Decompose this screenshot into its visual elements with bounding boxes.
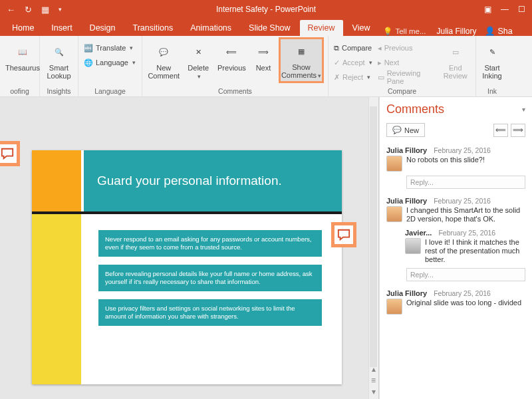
group-label: oofing bbox=[5, 86, 34, 95]
ribbon-options-icon[interactable]: ▣ bbox=[484, 5, 491, 14]
next-comment-button[interactable]: ⟹ Next bbox=[252, 39, 275, 72]
content-box-2: Before revealing personal details like y… bbox=[98, 265, 322, 291]
comment-bubble-icon bbox=[0, 147, 15, 160]
tab-insert[interactable]: Insert bbox=[43, 20, 80, 36]
comment-thread-2[interactable]: Julia FilloryFebruary 25, 2016 I changed… bbox=[386, 197, 525, 281]
group-proofing: 📖 Thesaurus oofing bbox=[0, 36, 40, 96]
smart-lookup-button[interactable]: 🔍 SmartLookup bbox=[45, 39, 72, 80]
tab-design[interactable]: Design bbox=[82, 20, 124, 36]
comment-thread-3[interactable]: Julia FilloryFebruary 25, 2016 Original … bbox=[386, 289, 525, 315]
tab-home[interactable]: Home bbox=[4, 20, 42, 36]
next2-icon: ▸ bbox=[378, 59, 382, 67]
start-inking-button[interactable]: ✎ StartInking bbox=[481, 39, 503, 80]
new-comment-pane-button[interactable]: 💬New bbox=[386, 123, 425, 137]
slide-nav-sep-icon: ≡ bbox=[371, 376, 376, 385]
ribbon: 📖 Thesaurus oofing 🔍 SmartLookup Insight… bbox=[0, 36, 532, 97]
thesaurus-button[interactable]: 📖 Thesaurus bbox=[5, 39, 40, 72]
slide-yellow-block bbox=[32, 214, 81, 384]
tell-me[interactable]: 💡Tell me... bbox=[383, 27, 426, 36]
window-title: Internet Safety - PowerPoint bbox=[216, 5, 316, 14]
share-button[interactable]: 👤Sha bbox=[485, 26, 513, 36]
bulb-icon: 💡 bbox=[383, 27, 392, 36]
accept-button[interactable]: ✓Accept▾ bbox=[334, 56, 372, 69]
comment-text: No robots on this slide?! bbox=[406, 156, 525, 172]
reply-input[interactable]: Reply... bbox=[406, 176, 525, 189]
reply-input[interactable]: Reply... bbox=[406, 268, 525, 281]
comment-reply-thread[interactable]: Javier...February 25, 2016 I love it! I … bbox=[405, 229, 525, 264]
content-box-3: Use privacy filters and settings on soci… bbox=[98, 299, 322, 326]
show-comments-button[interactable]: ▦ ShowComments▾ bbox=[280, 39, 323, 82]
prev-icon: ◂ bbox=[378, 44, 382, 53]
pane-menu-icon[interactable]: ▾ bbox=[522, 106, 525, 113]
avatar bbox=[386, 206, 402, 222]
comment-marker-1[interactable] bbox=[0, 142, 19, 165]
comment-marker-2[interactable] bbox=[332, 223, 355, 246]
previous-icon: ⟸ bbox=[221, 41, 242, 63]
ribbon-tabs: Home Insert Design Transitions Animation… bbox=[0, 19, 532, 36]
next-icon: ⟹ bbox=[253, 41, 274, 63]
back-icon[interactable]: ← bbox=[7, 5, 15, 15]
vertical-scrollbar[interactable]: ▴ ≡ ▾ bbox=[368, 97, 378, 399]
ink-icon: ✎ bbox=[481, 41, 503, 63]
compare-next-button[interactable]: ▸Next bbox=[378, 56, 436, 69]
end-review-icon: ▭ bbox=[445, 41, 466, 63]
tab-transitions[interactable]: Transitions bbox=[125, 20, 182, 36]
slide[interactable]: Guard your personal information. Never r… bbox=[32, 150, 342, 384]
previous-comment-button[interactable]: ⟸ Previous bbox=[217, 39, 247, 72]
language-button[interactable]: 🌐Language▾ bbox=[84, 56, 136, 69]
work-area: Guard your personal information. Never r… bbox=[0, 97, 532, 399]
share-icon: 👤 bbox=[485, 26, 495, 36]
slide-editing-area[interactable]: Guard your personal information. Never r… bbox=[0, 97, 379, 399]
slide-nav-up-icon[interactable]: ▴ bbox=[372, 364, 376, 374]
comment-thread-1[interactable]: Julia FilloryFebruary 25, 2016 No robots… bbox=[386, 146, 525, 189]
new-comment-icon: 💬 bbox=[392, 126, 402, 134]
comment-date: February 25, 2016 bbox=[438, 229, 495, 237]
thesaurus-icon: 📖 bbox=[12, 41, 33, 63]
avatar bbox=[405, 238, 421, 254]
group-label: Language bbox=[84, 86, 136, 95]
end-review-button[interactable]: ▭ EndReview bbox=[440, 39, 470, 80]
tab-review[interactable]: Review bbox=[300, 20, 343, 36]
slide-title: Guard your personal information. bbox=[97, 174, 282, 188]
tab-view[interactable]: View bbox=[344, 20, 378, 36]
compare-icon: ⧉ bbox=[334, 44, 339, 53]
tab-slideshow[interactable]: Slide Show bbox=[241, 20, 299, 36]
comment-date: February 25, 2016 bbox=[434, 289, 491, 297]
comment-text: I love it! I think it matches the rest o… bbox=[425, 238, 525, 264]
tab-animations[interactable]: Animations bbox=[182, 20, 239, 36]
scrollbar-track[interactable] bbox=[370, 106, 377, 367]
slide-content[interactable]: Never respond to an email asking for any… bbox=[98, 230, 322, 326]
reviewing-pane-button[interactable]: ▭Reviewing Pane bbox=[378, 70, 436, 84]
group-ink: ✎ StartInking Ink bbox=[476, 36, 508, 96]
group-language: 🔤Translate▾ 🌐Language▾ Language bbox=[78, 36, 142, 96]
next-comment-nav-button[interactable]: ⟹ bbox=[511, 124, 525, 137]
reject-button[interactable]: ✗Reject▾ bbox=[334, 70, 372, 84]
compare-previous-button[interactable]: ◂Previous bbox=[378, 41, 436, 55]
avatar bbox=[386, 299, 402, 315]
slide-title-block[interactable]: Guard your personal information. bbox=[84, 150, 342, 211]
new-comment-button[interactable]: 💬 NewComment bbox=[148, 39, 180, 80]
delete-comment-button[interactable]: ✕ Delete▾ bbox=[185, 39, 211, 80]
maximize-icon[interactable]: ☐ bbox=[518, 5, 525, 14]
group-insights: 🔍 SmartLookup Insights bbox=[40, 36, 78, 96]
group-label: Insights bbox=[45, 86, 72, 95]
pane-icon: ▭ bbox=[378, 73, 384, 82]
comment-bubble-icon bbox=[336, 228, 351, 241]
comment-author: Julia Fillory bbox=[386, 289, 427, 297]
content-box-1: Never respond to an email asking for any… bbox=[98, 230, 322, 257]
slide-nav-down-icon[interactable]: ▾ bbox=[372, 387, 376, 396]
comment-author: Julia Fillory bbox=[386, 197, 427, 205]
smart-lookup-icon: 🔍 bbox=[49, 41, 70, 63]
comment-text: I changed this SmartArt to the solid 2D … bbox=[406, 206, 525, 223]
start-icon[interactable]: ▦ bbox=[41, 5, 49, 15]
translate-icon: 🔤 bbox=[84, 44, 93, 53]
user-name[interactable]: Julia Fillory bbox=[436, 27, 476, 36]
compare-button[interactable]: ⧉Compare bbox=[334, 41, 372, 55]
prev-comment-nav-button[interactable]: ⟸ bbox=[493, 124, 508, 137]
language-icon: 🌐 bbox=[84, 59, 93, 67]
qat-more-icon[interactable]: ▾ bbox=[59, 6, 62, 13]
minimize-icon[interactable]: — bbox=[501, 5, 509, 14]
redo-icon[interactable]: ↻ bbox=[25, 5, 32, 15]
translate-button[interactable]: 🔤Translate▾ bbox=[84, 41, 136, 55]
comment-text: Original slide was too long - divided bbox=[406, 299, 525, 315]
